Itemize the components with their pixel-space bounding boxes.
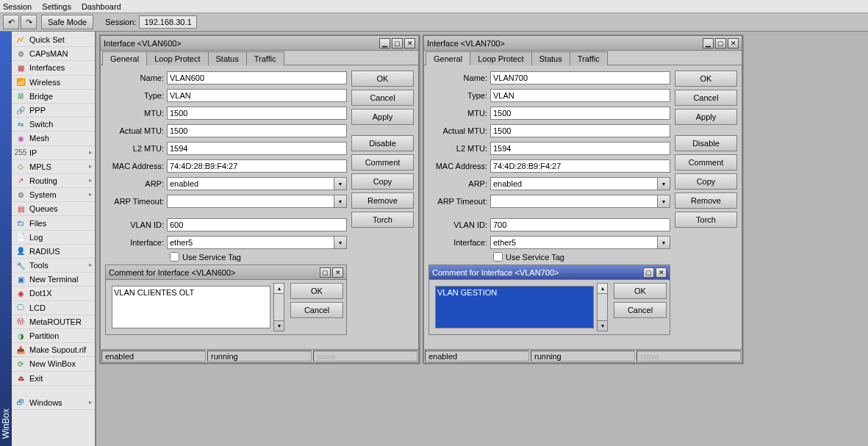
interface-field[interactable]: ether5 xyxy=(490,236,658,249)
sidebar-item-windows[interactable]: 🗗Windows▸ xyxy=(12,396,95,410)
comment-textarea[interactable] xyxy=(435,286,594,328)
sidebar-item-quick-set[interactable]: 🗲Quick Set xyxy=(12,33,95,47)
sidebar-item-bridge[interactable]: ⊞Bridge xyxy=(12,90,95,104)
name-field[interactable]: VLAN600 xyxy=(167,71,347,84)
arp-timeout-field[interactable] xyxy=(167,195,334,208)
sidebar-item-queues[interactable]: ▤Queues xyxy=(12,202,95,216)
ok-button[interactable]: OK xyxy=(351,71,414,87)
maximize-icon[interactable]: ▢ xyxy=(715,38,726,48)
sidebar-item-radius[interactable]: 👤RADIUS xyxy=(12,245,95,259)
comment-ok-button[interactable]: OK xyxy=(614,283,667,299)
menu-settings[interactable]: Settings xyxy=(42,2,71,11)
comment-ok-button[interactable]: OK xyxy=(290,283,343,299)
disable-button[interactable]: Disable xyxy=(675,135,737,151)
torch-button[interactable]: Torch xyxy=(351,212,414,228)
dropdown-icon[interactable]: ▾ xyxy=(334,177,347,190)
maximize-icon[interactable]: ▢ xyxy=(643,267,654,278)
sidebar-item-system[interactable]: ⚙System▸ xyxy=(12,188,95,202)
arp-field[interactable]: enabled xyxy=(490,177,658,190)
use-service-tag-checkbox[interactable] xyxy=(493,252,503,262)
remove-button[interactable]: Remove xyxy=(675,193,737,209)
sidebar-item-new-terminal[interactable]: ▣New Terminal xyxy=(12,273,95,287)
tab-general[interactable]: General xyxy=(426,51,470,65)
sidebar-item-dot1x[interactable]: ◉Dot1X xyxy=(12,287,95,301)
safe-mode-button[interactable]: Safe Mode xyxy=(41,15,93,29)
comment-button[interactable]: Comment xyxy=(675,154,737,170)
arp-timeout-field[interactable] xyxy=(490,195,658,208)
close-icon[interactable]: ✕ xyxy=(656,267,667,278)
menu-dashboard[interactable]: Dashboard xyxy=(82,2,121,11)
close-icon[interactable]: ✕ xyxy=(404,38,415,48)
comment-titlebar[interactable]: Comment for Interface <VLAN600> ▢ ✕ xyxy=(106,265,346,280)
tab-general[interactable]: General xyxy=(102,51,147,65)
expand-icon[interactable]: ▾ xyxy=(334,195,347,208)
titlebar[interactable]: Interface <VLAN600> ▁ ▢ ✕ xyxy=(101,36,418,51)
sidebar-item-ip[interactable]: 255IP▸ xyxy=(12,146,95,160)
minimize-icon[interactable]: ▁ xyxy=(379,38,390,48)
mtu-field[interactable]: 1500 xyxy=(167,107,347,120)
cancel-button[interactable]: Cancel xyxy=(351,90,414,106)
sidebar-item-files[interactable]: 🗀Files xyxy=(12,216,95,230)
sidebar-item-partition[interactable]: ◑Partition xyxy=(12,329,95,343)
vlan-id-field[interactable]: 700 xyxy=(490,218,670,231)
sidebar-item-wireless[interactable]: 📶Wireless xyxy=(12,76,95,90)
copy-button[interactable]: Copy xyxy=(351,173,414,190)
apply-button[interactable]: Apply xyxy=(351,109,414,125)
name-field[interactable]: VLAN700 xyxy=(490,71,670,84)
undo-button[interactable]: ↶ xyxy=(3,15,19,29)
comment-cancel-button[interactable]: Cancel xyxy=(290,302,343,318)
maximize-icon[interactable]: ▢ xyxy=(392,38,403,48)
tab-loop-protect[interactable]: Loop Protect xyxy=(146,51,208,65)
disable-button[interactable]: Disable xyxy=(351,135,414,151)
maximize-icon[interactable]: ▢ xyxy=(320,267,331,278)
interface-field[interactable]: ether5 xyxy=(167,236,334,249)
sidebar-item-switch[interactable]: ⇆Switch xyxy=(12,118,95,132)
sidebar-item-new-winbox[interactable]: ⟳New WinBox xyxy=(12,357,95,371)
minimize-icon[interactable]: ▁ xyxy=(703,38,714,48)
comment-button[interactable]: Comment xyxy=(351,154,414,170)
tab-status[interactable]: Status xyxy=(531,51,570,65)
tab-loop-protect[interactable]: Loop Protect xyxy=(470,51,531,65)
vlan-id-field[interactable]: 600 xyxy=(167,218,347,231)
tab-traffic[interactable]: Traffic xyxy=(570,51,608,65)
scrollbar[interactable]: ▴ ▾ xyxy=(273,283,284,331)
titlebar[interactable]: Interface <VLAN700> ▁ ▢ ✕ xyxy=(424,36,742,51)
cancel-button[interactable]: Cancel xyxy=(675,90,737,106)
comment-cancel-button[interactable]: Cancel xyxy=(614,302,667,318)
dropdown-icon[interactable]: ▾ xyxy=(334,236,347,249)
sidebar-item-make-supout-rif[interactable]: 📥Make Supout.rif xyxy=(12,343,95,357)
copy-button[interactable]: Copy xyxy=(675,173,737,190)
dropdown-icon[interactable]: ▾ xyxy=(658,177,670,190)
sidebar-item-mesh[interactable]: ◉Mesh xyxy=(12,132,95,145)
comment-titlebar[interactable]: Comment for Interface <VLAN700> ▢ ✕ xyxy=(429,265,670,280)
sidebar-item-metarouter[interactable]: ⓂMetaROUTER xyxy=(12,315,95,329)
torch-button[interactable]: Torch xyxy=(675,212,737,228)
tab-traffic[interactable]: Traffic xyxy=(246,51,284,65)
arp-field[interactable]: enabled xyxy=(167,177,334,190)
menu-session[interactable]: Session xyxy=(3,2,32,11)
close-icon[interactable]: ✕ xyxy=(332,267,343,278)
scrollbar[interactable]: ▴ ▾ xyxy=(597,283,608,331)
sidebar-item-lcd[interactable]: 🖵LCD xyxy=(12,301,95,315)
scroll-up-icon[interactable]: ▴ xyxy=(274,284,284,294)
comment-textarea[interactable] xyxy=(112,286,270,328)
sidebar-item-routing[interactable]: ↗Routing▸ xyxy=(12,174,95,188)
tab-status[interactable]: Status xyxy=(208,51,247,65)
close-icon[interactable]: ✕ xyxy=(728,38,739,48)
use-service-tag-checkbox[interactable] xyxy=(170,252,179,262)
scroll-down-icon[interactable]: ▾ xyxy=(598,320,607,331)
remove-button[interactable]: Remove xyxy=(351,193,414,209)
expand-icon[interactable]: ▾ xyxy=(658,195,670,208)
sidebar-item-capsman[interactable]: ⚙CAPsMAN xyxy=(12,47,95,61)
redo-button[interactable]: ↷ xyxy=(21,15,37,29)
sidebar-item-interfaces[interactable]: ▦Interfaces xyxy=(12,61,95,75)
apply-button[interactable]: Apply xyxy=(675,109,737,125)
scroll-down-icon[interactable]: ▾ xyxy=(274,320,284,331)
mtu-field[interactable]: 1500 xyxy=(490,107,670,120)
sidebar-item-log[interactable]: 📄Log xyxy=(12,231,95,245)
sidebar-item-tools[interactable]: 🔧Tools▸ xyxy=(12,259,95,273)
ok-button[interactable]: OK xyxy=(675,71,737,87)
sidebar-item-exit[interactable]: ⏏Exit xyxy=(12,372,95,386)
scroll-up-icon[interactable]: ▴ xyxy=(598,284,607,294)
sidebar-item-ppp[interactable]: 🔗PPP xyxy=(12,104,95,118)
